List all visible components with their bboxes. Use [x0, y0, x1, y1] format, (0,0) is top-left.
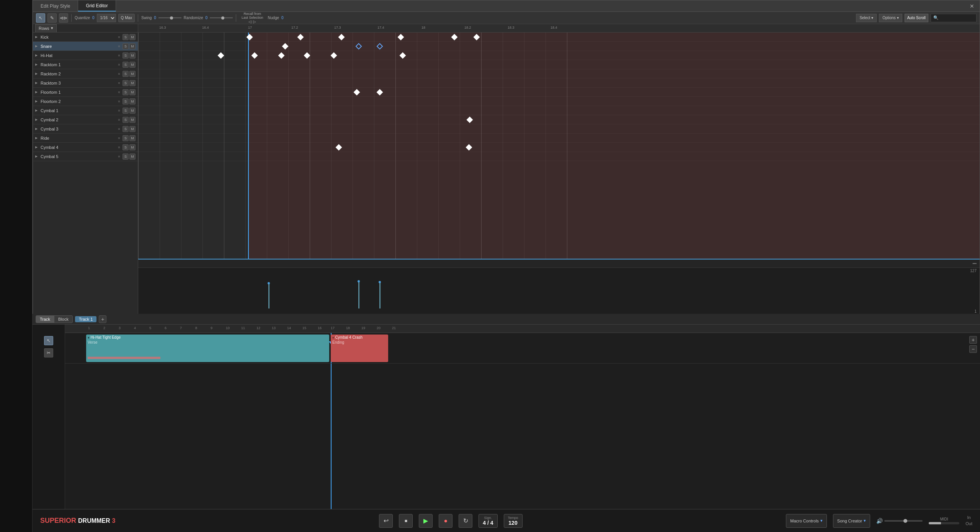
track-expand-11[interactable]: ▶ — [35, 136, 41, 140]
transport-tool-button[interactable]: ⊲⊳ — [59, 13, 68, 23]
add-tab-button[interactable]: + — [99, 315, 106, 323]
grid-note-14[interactable] — [400, 52, 406, 59]
grid-note-19[interactable] — [466, 144, 472, 151]
track-m-btn-6[interactable]: M — [129, 89, 136, 95]
grid-note-16[interactable] — [377, 89, 383, 96]
play-button[interactable]: ▶ — [419, 514, 433, 528]
track-m-btn-5[interactable]: M — [129, 80, 136, 86]
track-menu-icon-1[interactable]: ≡ — [116, 44, 122, 49]
quantize-select[interactable]: 1/16 1/8 1/4 — [97, 14, 116, 22]
pencil-tool-button[interactable]: ✎ — [47, 13, 57, 23]
track-expand-3[interactable]: ▶ — [35, 63, 41, 66]
track-m-btn-2[interactable]: M — [129, 52, 136, 59]
tab-block[interactable]: Block — [54, 316, 72, 323]
close-button[interactable]: ✕ — [968, 2, 976, 10]
track-menu-icon-10[interactable]: ≡ — [116, 126, 122, 132]
track-s-btn-8[interactable]: S — [122, 108, 129, 114]
recall-button[interactable]: Recall from Last Selection ◁ ▷ — [239, 12, 266, 24]
zoom-out-button[interactable]: − — [969, 345, 977, 353]
track-row-snare[interactable]: ▶ Snare ≡ S M — [33, 42, 138, 51]
grid-note-4[interactable] — [451, 34, 458, 41]
grid-note-2[interactable] — [338, 34, 345, 41]
track-row-cymbal-5[interactable]: ▶ Cymbal 5 ≡ S M — [33, 152, 138, 161]
track-m-btn-10[interactable]: M — [129, 126, 136, 132]
track-s-btn-2[interactable]: S — [122, 52, 129, 59]
track-row-hi-hat[interactable]: ▶ Hi-Hat ≡ S M — [33, 51, 138, 60]
track-menu-icon-8[interactable]: ≡ — [116, 108, 122, 113]
track-row-racktom-2[interactable]: ▶ Racktom 2 ≡ S M — [33, 69, 138, 78]
track-menu-icon-13[interactable]: ≡ — [116, 154, 122, 159]
track-s-btn-6[interactable]: S — [122, 89, 129, 95]
track-expand-13[interactable]: ▶ — [35, 155, 41, 158]
track-s-btn-0[interactable]: S — [122, 34, 129, 40]
track-menu-icon-9[interactable]: ≡ — [116, 117, 122, 122]
grid-note-11[interactable] — [278, 52, 285, 59]
track-expand-0[interactable]: ▶ — [35, 35, 41, 39]
tab-track[interactable]: Track — [36, 316, 54, 323]
track-m-btn-4[interactable]: M — [129, 71, 136, 77]
track-m-btn-7[interactable]: M — [129, 98, 136, 104]
grid-note-13[interactable] — [331, 52, 337, 59]
track-s-btn-10[interactable]: S — [122, 126, 129, 132]
track-expand-2[interactable]: ▶ — [35, 54, 41, 57]
select-tool-button[interactable]: ↖ — [36, 13, 45, 23]
grid-note-18[interactable] — [336, 144, 342, 151]
track-expand-7[interactable]: ▶ — [35, 100, 41, 103]
grid-note-6[interactable] — [282, 43, 289, 50]
track-row-cymbal-2[interactable]: ▶ Cymbal 2 ≡ S M — [33, 115, 138, 124]
search-input[interactable] — [940, 16, 971, 20]
track-s-btn-1[interactable]: S — [122, 43, 129, 49]
track-row-cymbal-3[interactable]: ▶ Cymbal 3 ≡ S M — [33, 124, 138, 134]
q-max-button[interactable]: Q Max — [118, 14, 135, 22]
auto-scroll-button[interactable]: Auto Scroll — [905, 14, 928, 22]
options-button[interactable]: Options ▾ — [879, 14, 902, 22]
track-s-btn-9[interactable]: S — [122, 117, 129, 123]
track-expand-5[interactable]: ▶ — [35, 81, 41, 85]
track-menu-icon-5[interactable]: ≡ — [116, 80, 122, 86]
grid-note-17[interactable] — [467, 117, 473, 123]
track-menu-icon-2[interactable]: ≡ — [116, 53, 122, 58]
tab-grid-editor[interactable]: Grid Editor — [78, 0, 116, 11]
grid-note-3[interactable] — [398, 34, 404, 41]
volume-slider[interactable] — [884, 520, 923, 522]
track-m-btn-12[interactable]: M — [129, 144, 136, 150]
grid-note-12[interactable] — [304, 52, 310, 59]
swing-slider[interactable] — [158, 17, 181, 18]
record-button[interactable]: ● — [439, 514, 452, 528]
grid-note-5[interactable] — [474, 34, 480, 41]
track-menu-icon-4[interactable]: ≡ — [116, 71, 122, 77]
track-s-btn-12[interactable]: S — [122, 144, 129, 150]
track-row-floortom-2[interactable]: ▶ Floortom 2 ≡ S M — [33, 97, 138, 106]
track-m-btn-11[interactable]: M — [129, 135, 136, 141]
track-m-btn-3[interactable]: M — [129, 62, 136, 68]
track-s-btn-5[interactable]: S — [122, 80, 129, 86]
tab-edit-play-style[interactable]: Edit Play Style — [33, 0, 78, 11]
timeline-select-tool[interactable]: ↖ — [44, 336, 53, 345]
track-expand-10[interactable]: ▶ — [35, 127, 41, 131]
block-red[interactable]: ♦ Cymbal 4 Crash Ending — [331, 335, 388, 362]
track-s-btn-3[interactable]: S — [122, 62, 129, 68]
grid-note-8[interactable] — [377, 43, 383, 50]
randomize-slider[interactable] — [210, 17, 233, 18]
track-row-cymbal-4[interactable]: ▶ Cymbal 4 ≡ S M — [33, 143, 138, 152]
track-s-btn-4[interactable]: S — [122, 71, 129, 77]
track-menu-icon-0[interactable]: ≡ — [116, 34, 122, 40]
track-row-racktom-3[interactable]: ▶ Racktom 3 ≡ S M — [33, 78, 138, 88]
track-menu-icon-3[interactable]: ≡ — [116, 62, 122, 67]
rewind-button[interactable]: ↩ — [379, 514, 393, 528]
track-expand-12[interactable]: ▶ — [35, 145, 41, 149]
track-name-tab[interactable]: Track 1 — [75, 316, 96, 322]
track-menu-icon-11[interactable]: ≡ — [116, 135, 122, 141]
grid-note-7[interactable] — [356, 43, 362, 50]
track-m-btn-13[interactable]: M — [129, 153, 136, 160]
track-s-btn-11[interactable]: S — [122, 135, 129, 141]
track-menu-icon-6[interactable]: ≡ — [116, 90, 122, 95]
track-expand-1[interactable]: ▶ — [35, 44, 41, 48]
track-m-btn-0[interactable]: M — [129, 34, 136, 40]
grid-note-10[interactable] — [252, 52, 258, 59]
track-s-btn-7[interactable]: S — [122, 98, 129, 104]
select-button[interactable]: Select ▾ — [856, 14, 877, 22]
track-menu-icon-7[interactable]: ≡ — [116, 99, 122, 104]
track-row-floortom-1[interactable]: ▶ Floortom 1 ≡ S M — [33, 88, 138, 97]
track-row-ride[interactable]: ▶ Ride ≡ S M — [33, 134, 138, 143]
